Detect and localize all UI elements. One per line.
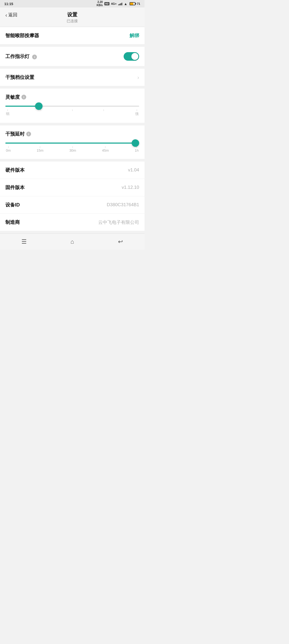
- firmware-version-label: 固件版本: [5, 184, 25, 191]
- manufacturer-value: 云中飞电子有限公司: [98, 219, 139, 225]
- tick-30m: 30m: [69, 146, 76, 152]
- firmware-version-value: v1.12.10: [122, 185, 139, 190]
- tick-15m: 15m: [37, 146, 43, 152]
- sensitivity-slider-track[interactable]: [5, 106, 139, 107]
- firmware-version-row: 固件版本 v1.12.10: [0, 179, 144, 196]
- sensitivity-label: 灵敏度: [5, 94, 20, 100]
- header: ‹ 返回 设置 已连接: [0, 7, 144, 27]
- tick-weak: 弱: [6, 109, 9, 116]
- tick-mid1: [41, 109, 41, 116]
- page-title: 设置: [67, 11, 77, 18]
- indicator-info-icon[interactable]: i: [32, 55, 37, 59]
- indicator-label: 工作指示灯: [5, 54, 29, 59]
- status-time: 11:15: [4, 2, 13, 6]
- home-icon: ⌂: [70, 238, 74, 245]
- indicator-row: 工作指示灯 i: [0, 47, 144, 66]
- sensitivity-strong-label: 强: [135, 112, 139, 116]
- hardware-version-value: v1.04: [128, 167, 139, 173]
- hardware-version-row: 硬件版本 v1.04: [0, 162, 144, 179]
- device-name: 智能喉部按摩器: [5, 32, 39, 39]
- gear-level-section: 干预档位设置 ›: [0, 69, 144, 86]
- sensitivity-label-row: 灵敏度 i: [5, 94, 139, 100]
- device-row: 智能喉部按摩器 解绑: [0, 27, 144, 44]
- sensitivity-weak-label: 弱: [6, 112, 9, 116]
- gear-level-row[interactable]: 干预档位设置 ›: [0, 69, 144, 86]
- indicator-toggle[interactable]: [124, 52, 139, 61]
- hardware-version-label: 硬件版本: [5, 167, 25, 173]
- nav-home-button[interactable]: ⌂: [64, 236, 80, 247]
- 4g-signal: 4G+: [111, 2, 117, 5]
- wifi-icon: ▲: [124, 2, 127, 6]
- nav-menu-button[interactable]: ☰: [16, 236, 32, 247]
- back-label: 返回: [8, 12, 17, 18]
- delay-label: 干预延时: [5, 131, 25, 137]
- battery-level: 71: [137, 2, 140, 5]
- delay-slider-thumb[interactable]: [132, 139, 139, 147]
- info-section: 硬件版本 v1.04 固件版本 v1.12.10 设备ID D380C31764…: [0, 162, 144, 231]
- device-id-value: D380C31764B1: [107, 202, 139, 208]
- battery-icon: [130, 2, 135, 5]
- tick-0m: 0m: [6, 146, 11, 152]
- signal-bars: [118, 2, 122, 5]
- device-section: 智能喉部按摩器 解绑: [0, 27, 144, 44]
- sensitivity-section: 灵敏度 i 弱 强: [0, 89, 144, 123]
- device-id-row: 设备ID D380C31764B1: [0, 196, 144, 214]
- toggle-knob: [131, 53, 138, 60]
- tick-45m: 45m: [102, 146, 109, 152]
- delay-label-row: 干预延时 i: [5, 131, 139, 137]
- sensitivity-info-icon[interactable]: i: [21, 95, 26, 99]
- delay-slider-track-container: [5, 143, 139, 144]
- tick-1h: 1h: [135, 146, 139, 152]
- sensitivity-slider-track-container: [5, 106, 139, 107]
- back-chevron-icon: ‹: [5, 12, 7, 18]
- delay-info-icon[interactable]: i: [26, 132, 31, 136]
- status-right: 2.20KB/s HD 4G+ ▲ 71: [97, 1, 140, 7]
- delay-slider-fill: [5, 143, 139, 144]
- manufacturer-label: 制造商: [5, 219, 20, 225]
- nav-back-button[interactable]: ↩: [112, 236, 128, 247]
- gear-level-chevron-icon: ›: [137, 74, 139, 80]
- status-bar: 11:15 2.20KB/s HD 4G+ ▲ 71: [0, 0, 144, 7]
- tick-strong: 强: [135, 109, 139, 116]
- network-speed: 2.20KB/s: [97, 1, 103, 7]
- gear-level-label: 干预档位设置: [5, 74, 34, 80]
- delay-section: 干预延时 i 0m 15m 30m 45m 1h: [0, 125, 144, 159]
- indicator-section: 工作指示灯 i: [0, 47, 144, 66]
- manufacturer-row: 制造商 云中飞电子有限公司: [0, 214, 144, 231]
- back-button[interactable]: ‹ 返回: [5, 12, 17, 18]
- device-id-label: 设备ID: [5, 202, 20, 208]
- menu-icon: ☰: [21, 238, 27, 245]
- sensitivity-slider-fill: [5, 106, 39, 107]
- hd-badge: HD: [104, 2, 109, 5]
- delay-ticks: 0m 15m 30m 45m 1h: [5, 146, 139, 152]
- bottom-nav: ☰ ⌂ ↩: [0, 233, 144, 250]
- indicator-label-group: 工作指示灯 i: [5, 53, 37, 60]
- tick-mid3: [104, 109, 104, 116]
- tick-mid2: [72, 109, 73, 116]
- delay-slider-track[interactable]: [5, 143, 139, 144]
- sensitivity-slider-thumb[interactable]: [35, 102, 43, 110]
- connection-status: 已连接: [67, 19, 78, 24]
- unbind-button[interactable]: 解绑: [130, 32, 139, 39]
- sensitivity-ticks: 弱 强: [5, 109, 139, 116]
- back-nav-icon: ↩: [118, 238, 123, 245]
